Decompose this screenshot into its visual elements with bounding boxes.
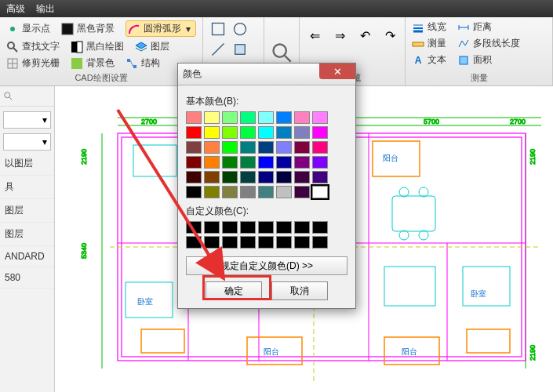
custom-swatch[interactable] <box>312 221 328 234</box>
panel-dropdown-1[interactable]: ▾ <box>3 111 51 129</box>
color-swatch[interactable] <box>204 186 220 198</box>
ok-button[interactable]: 确定 <box>206 281 262 300</box>
color-swatch[interactable] <box>276 141 292 154</box>
rib-polyline-len[interactable]: 多段线长度 <box>457 37 520 50</box>
rib-structure[interactable]: 结构 <box>126 56 160 70</box>
color-swatch[interactable] <box>276 186 292 198</box>
color-swatch[interactable] <box>312 126 328 139</box>
color-swatch[interactable] <box>294 141 310 154</box>
nav-undo-icon[interactable]: ↶ <box>356 27 373 44</box>
color-swatch[interactable] <box>222 111 238 124</box>
custom-swatch[interactable] <box>276 236 292 249</box>
color-swatch[interactable] <box>204 171 220 183</box>
tool-icon-4[interactable] <box>231 41 249 58</box>
nav-redo-icon[interactable]: ↷ <box>381 27 398 44</box>
color-swatch[interactable] <box>312 156 328 169</box>
color-swatch[interactable] <box>204 126 220 139</box>
custom-swatch[interactable] <box>258 236 274 249</box>
color-swatch[interactable] <box>258 186 274 198</box>
color-swatch[interactable] <box>204 156 220 169</box>
tool-icon-3[interactable] <box>209 41 227 58</box>
color-swatch[interactable] <box>240 126 256 139</box>
list-item[interactable]: ANDARD <box>0 246 54 267</box>
color-swatch[interactable] <box>186 156 202 169</box>
rib-bw-draw[interactable]: 黑白绘图 <box>71 40 124 53</box>
color-swatch[interactable] <box>186 111 202 124</box>
color-swatch[interactable] <box>222 141 238 154</box>
rib-smooth-arc[interactable]: 圆滑弧形▾ <box>126 20 196 37</box>
color-swatch[interactable] <box>222 186 238 198</box>
color-swatch[interactable] <box>276 171 292 183</box>
color-swatch[interactable] <box>186 171 202 183</box>
rib-trim-grid[interactable]: 修剪光栅 <box>6 56 60 70</box>
custom-swatch[interactable] <box>240 221 256 234</box>
tool-icon-2[interactable] <box>231 20 249 38</box>
color-swatch[interactable] <box>312 171 328 183</box>
rib-area[interactable]: 面积 <box>457 53 492 67</box>
color-swatch[interactable] <box>204 141 220 154</box>
dialog-titlebar[interactable]: 颜色 ✕ <box>178 64 355 85</box>
color-swatch[interactable] <box>258 171 274 183</box>
custom-swatch[interactable] <box>240 236 256 249</box>
panel-dropdown-2[interactable]: ▾ <box>3 133 51 151</box>
nav-left-icon[interactable]: ⇐ <box>306 27 323 44</box>
custom-swatch[interactable] <box>294 221 310 234</box>
color-swatch[interactable] <box>294 186 310 198</box>
define-custom-button[interactable]: 规定自定义颜色(D) >> <box>186 256 347 275</box>
color-swatch[interactable] <box>240 186 256 198</box>
color-swatch[interactable] <box>240 156 256 169</box>
nav-right-icon[interactable]: ⇒ <box>331 27 348 44</box>
rib-linewidth[interactable]: 线宽 <box>412 20 446 34</box>
color-swatch[interactable] <box>204 111 220 124</box>
color-swatch[interactable] <box>186 186 202 198</box>
custom-swatch[interactable] <box>204 236 220 249</box>
rib-measure[interactable]: 测量 <box>412 37 446 50</box>
list-item[interactable]: 具 <box>0 176 54 199</box>
color-swatch[interactable] <box>186 126 202 139</box>
panel-search[interactable] <box>0 86 54 107</box>
color-swatch[interactable] <box>240 141 256 154</box>
custom-swatch[interactable] <box>222 236 238 249</box>
tool-icon-1[interactable] <box>209 20 227 38</box>
custom-swatch[interactable] <box>186 236 202 249</box>
custom-swatch[interactable] <box>294 236 310 249</box>
color-swatch[interactable] <box>240 171 256 183</box>
color-swatch[interactable] <box>294 111 310 124</box>
color-swatch[interactable] <box>312 141 328 154</box>
color-swatch[interactable] <box>276 111 292 124</box>
color-swatch[interactable] <box>294 156 310 169</box>
color-swatch[interactable] <box>294 126 310 139</box>
color-swatch[interactable] <box>258 126 274 139</box>
custom-swatch[interactable] <box>258 221 274 234</box>
custom-swatch[interactable] <box>276 221 292 234</box>
color-swatch[interactable] <box>222 156 238 169</box>
menu-advanced[interactable]: 高级 <box>6 2 25 16</box>
list-item[interactable]: 图层 <box>0 223 54 246</box>
cancel-button[interactable]: 取消 <box>271 281 328 300</box>
list-item[interactable]: 以图层 <box>0 152 54 176</box>
rib-bg-color[interactable]: 背景色 <box>71 56 115 70</box>
rib-distance[interactable]: 距离 <box>457 20 492 34</box>
rib-show-points[interactable]: 显示点 <box>6 22 50 35</box>
rib-layer[interactable]: 图层 <box>135 40 169 53</box>
color-swatch[interactable] <box>312 111 328 124</box>
color-swatch[interactable] <box>276 126 292 139</box>
color-swatch[interactable] <box>294 171 310 183</box>
color-swatch[interactable] <box>258 141 274 154</box>
custom-swatch[interactable] <box>186 221 202 234</box>
color-swatch[interactable] <box>276 156 292 169</box>
custom-swatch[interactable] <box>222 221 238 234</box>
list-item[interactable]: 580 <box>0 267 54 289</box>
rib-black-bg[interactable]: 黑色背景 <box>61 22 115 35</box>
color-swatch[interactable] <box>222 171 238 183</box>
color-swatch[interactable] <box>258 111 274 124</box>
color-swatch[interactable] <box>312 186 328 198</box>
zoom-icon[interactable] <box>271 42 293 64</box>
custom-swatch[interactable] <box>204 221 220 234</box>
menu-output[interactable]: 输出 <box>36 2 55 16</box>
color-swatch[interactable] <box>258 156 274 169</box>
list-item[interactable]: 图层 <box>0 199 54 223</box>
rib-text[interactable]: A文本 <box>412 53 446 67</box>
color-swatch[interactable] <box>240 111 256 124</box>
color-swatch[interactable] <box>186 141 202 154</box>
